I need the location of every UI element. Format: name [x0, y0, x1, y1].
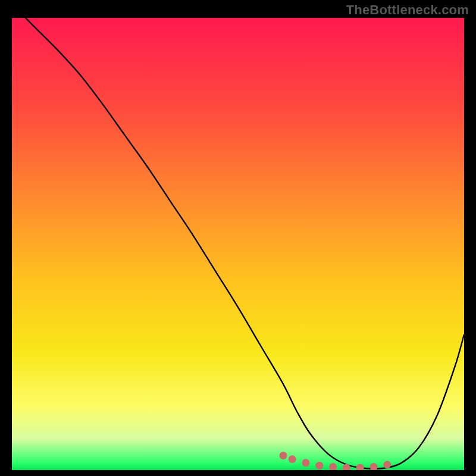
bottleneck-chart: [12, 18, 464, 470]
watermark-text: TheBottleneck.com: [346, 2, 469, 18]
gradient-background: [12, 18, 464, 470]
marker-dot: [289, 455, 296, 463]
marker-dot: [315, 462, 323, 469]
marker-dot: [302, 459, 310, 466]
chart-svg: [12, 18, 464, 470]
marker-dot: [383, 461, 391, 468]
chart-frame: TheBottleneck.com: [0, 0, 476, 476]
marker-dot: [280, 452, 287, 459]
